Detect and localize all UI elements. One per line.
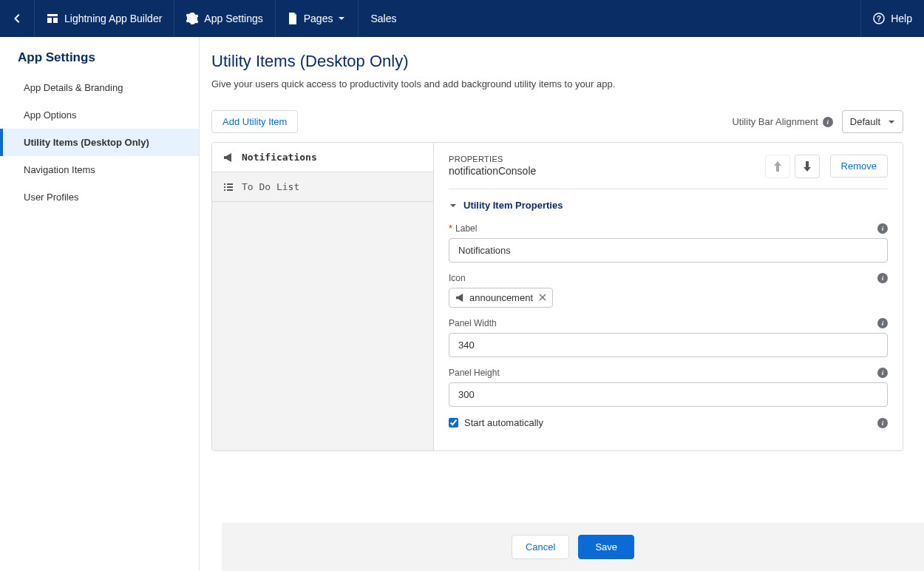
chevron-down-icon xyxy=(337,14,346,23)
alignment-value: Default xyxy=(850,116,880,127)
info-icon[interactable]: i xyxy=(877,223,888,234)
top-navbar: Lightning App Builder App Settings Pages… xyxy=(0,0,924,37)
icon-pill[interactable]: announcement xyxy=(449,288,553,308)
sidebar-item-label: App Options xyxy=(24,109,77,121)
nav-builder-label: Lightning App Builder xyxy=(64,13,162,24)
sidebar-item-label: Navigation Items xyxy=(24,164,95,175)
announcement-icon xyxy=(455,293,465,303)
start-automatically-checkbox[interactable] xyxy=(449,418,458,428)
icon-pill-label: announcement xyxy=(469,292,533,303)
nav-pages-label: Pages xyxy=(304,13,333,24)
back-button[interactable] xyxy=(0,0,35,37)
toolbar-row: Add Utility Item Utility Bar Alignment i… xyxy=(211,110,903,133)
start-automatically-label: Start automatically xyxy=(464,417,543,428)
info-icon[interactable]: i xyxy=(877,418,888,428)
utility-item-todo[interactable]: To Do List xyxy=(212,172,433,202)
page-description: Give your users quick access to producti… xyxy=(211,78,903,89)
utility-item-notifications[interactable]: Notifications xyxy=(212,143,433,172)
chevron-down-icon xyxy=(449,201,458,210)
panel-width-input[interactable] xyxy=(449,333,888,357)
cancel-button[interactable]: Cancel xyxy=(512,535,569,559)
arrow-down-icon xyxy=(803,161,812,172)
close-icon xyxy=(539,294,546,301)
page-icon xyxy=(288,13,298,24)
sidebar-item-utility-items[interactable]: Utility Items (Desktop Only) xyxy=(0,129,199,156)
alignment-select[interactable]: Default xyxy=(842,110,903,133)
field-label-label: Label xyxy=(455,223,477,234)
sidebar-title: App Settings xyxy=(0,50,199,74)
properties-component-name: notificationConsole xyxy=(449,165,761,177)
nav-context-label: Sales xyxy=(370,13,396,24)
utility-item-label: Notifications xyxy=(242,152,317,163)
info-icon[interactable]: i xyxy=(877,318,888,328)
sidebar-item-app-options[interactable]: App Options xyxy=(0,101,199,129)
properties-panel: PROPERTIES notificationConsole Remove xyxy=(434,143,903,450)
sidebar-item-label: User Profiles xyxy=(24,192,78,203)
add-utility-item-button[interactable]: Add Utility Item xyxy=(211,110,298,133)
footer-bar: Cancel Save xyxy=(222,523,924,571)
sidebar-item-app-details[interactable]: App Details & Branding xyxy=(0,74,199,101)
announcement-icon xyxy=(223,152,234,163)
back-arrow-icon xyxy=(11,13,23,24)
gear-icon xyxy=(186,13,198,24)
caret-down-icon xyxy=(888,118,895,126)
panel-height-input[interactable] xyxy=(449,382,888,407)
field-label-icon: Icon xyxy=(449,273,466,283)
arrow-up-icon xyxy=(773,161,782,172)
sidebar: App Settings App Details & Branding App … xyxy=(0,37,200,571)
utility-item-label: To Do List xyxy=(242,181,299,192)
field-label-panel-width: Panel Width xyxy=(449,318,497,328)
required-indicator: * xyxy=(449,223,452,234)
sidebar-item-user-profiles[interactable]: User Profiles xyxy=(0,183,199,211)
utility-panel: Notifications To Do List PROPERTIES noti… xyxy=(211,142,903,451)
info-icon[interactable]: i xyxy=(823,117,833,127)
nav-context[interactable]: Sales xyxy=(359,0,408,37)
svg-text:?: ? xyxy=(877,15,881,23)
save-button[interactable]: Save xyxy=(578,535,634,559)
info-icon[interactable]: i xyxy=(877,273,888,283)
topbar-spacer xyxy=(408,0,860,37)
svg-rect-0 xyxy=(47,14,58,16)
svg-rect-2 xyxy=(53,18,58,23)
builder-icon xyxy=(47,13,58,24)
label-input[interactable] xyxy=(449,238,888,263)
alignment-label: Utility Bar Alignment xyxy=(732,116,818,127)
help-label: Help xyxy=(891,13,912,24)
utility-item-list: Notifications To Do List xyxy=(212,143,434,450)
checklist-icon xyxy=(223,182,234,192)
nav-app-settings[interactable]: App Settings xyxy=(174,0,275,37)
sidebar-item-label: App Details & Branding xyxy=(24,82,123,93)
svg-rect-1 xyxy=(47,18,52,23)
properties-heading: PROPERTIES xyxy=(449,155,761,163)
info-icon[interactable]: i xyxy=(877,368,888,378)
nav-lightning-app-builder[interactable]: Lightning App Builder xyxy=(35,0,174,37)
remove-button[interactable]: Remove xyxy=(830,155,888,178)
divider xyxy=(449,189,888,189)
move-down-button[interactable] xyxy=(795,155,820,178)
page-title: Utility Items (Desktop Only) xyxy=(211,52,903,71)
section-title: Utility Item Properties xyxy=(463,200,563,211)
sidebar-item-navigation-items[interactable]: Navigation Items xyxy=(0,156,199,183)
main: Utility Items (Desktop Only) Give your u… xyxy=(200,37,924,571)
help-button[interactable]: ? Help xyxy=(860,0,924,37)
nav-pages[interactable]: Pages xyxy=(276,0,359,37)
question-icon: ? xyxy=(873,13,885,24)
section-toggle-utility-item-properties[interactable]: Utility Item Properties xyxy=(449,200,888,211)
field-label-panel-height: Panel Height xyxy=(449,368,500,378)
move-up-button xyxy=(765,155,790,178)
nav-settings-label: App Settings xyxy=(204,13,262,24)
sidebar-item-label: Utility Items (Desktop Only) xyxy=(24,137,149,148)
icon-clear-button[interactable] xyxy=(539,292,546,303)
